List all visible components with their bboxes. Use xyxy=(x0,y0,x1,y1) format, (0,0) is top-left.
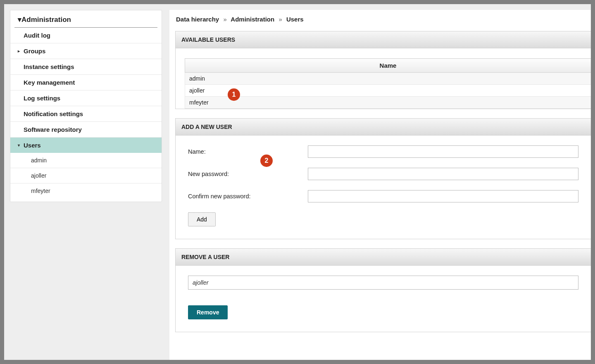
sidebar-item-key-management[interactable]: Key management xyxy=(10,75,162,90)
table-column-name[interactable]: Name xyxy=(185,59,591,73)
table-row[interactable]: mfeyter xyxy=(185,97,591,109)
remove-button[interactable]: Remove xyxy=(188,305,228,319)
chevron-down-icon: ▾ xyxy=(18,143,22,148)
sidebar-title: Administration xyxy=(21,16,71,24)
breadcrumb-sep-icon: » xyxy=(223,16,226,23)
sidebar-item-audit-log[interactable]: Audit log xyxy=(10,28,162,43)
breadcrumb: Data hierarchy » Administration » Users xyxy=(175,16,591,23)
confirm-password-input[interactable] xyxy=(308,190,578,202)
panel-body: Name: New password: Confirm new password… xyxy=(176,136,591,239)
panel-body: Remove xyxy=(176,266,591,332)
panel-header: AVAILABLE USERS xyxy=(176,31,591,48)
breadcrumb-sep-icon: » xyxy=(278,16,282,23)
sidebar-title-row[interactable]: ▾ Administration xyxy=(14,10,157,28)
panel-header: ADD A NEW USER xyxy=(176,119,591,136)
table-row[interactable]: admin xyxy=(185,73,591,85)
available-users-panel: AVAILABLE USERS Name admin ajoller mfeyt… xyxy=(175,31,591,109)
confirm-password-label: Confirm new password: xyxy=(188,193,308,200)
sidebar-item-instance-settings[interactable]: Instance settings xyxy=(10,59,162,74)
sidebar-user-item[interactable]: ajoller xyxy=(10,168,162,183)
app-root: ▾ Administration Audit log ▸Groups Insta… xyxy=(4,4,591,360)
form-row-password: New password: xyxy=(188,168,578,180)
sidebar-user-item[interactable]: mfeyter xyxy=(10,183,162,198)
chevron-right-icon: ▸ xyxy=(18,49,22,53)
breadcrumb-part[interactable]: Users xyxy=(286,16,304,23)
password-label: New password: xyxy=(188,171,308,177)
annotation-step-1: 1 xyxy=(228,88,240,101)
main-content: Data hierarchy » Administration » Users … xyxy=(169,10,591,360)
name-input[interactable] xyxy=(308,145,578,158)
main-scroll[interactable]: AVAILABLE USERS Name admin ajoller mfeyt… xyxy=(175,31,591,360)
available-users-table: Name admin ajoller mfeyter xyxy=(185,58,591,109)
table-row[interactable]: ajoller xyxy=(185,85,591,97)
remove-user-select[interactable] xyxy=(188,276,578,290)
sidebar-item-notification-settings[interactable]: Notification settings xyxy=(10,106,162,121)
sidebar-item-software-repository[interactable]: Software repository xyxy=(10,122,162,137)
panel-body: Name admin ajoller mfeyter xyxy=(176,48,591,109)
add-user-panel: ADD A NEW USER Name: New password: Confi… xyxy=(175,118,591,239)
sidebar-item-log-settings[interactable]: Log settings xyxy=(10,90,162,106)
form-row-name: Name: xyxy=(188,145,578,158)
sidebar: ▾ Administration Audit log ▸Groups Insta… xyxy=(10,10,162,202)
sidebar-user-item[interactable]: admin xyxy=(10,153,162,168)
add-button[interactable]: Add xyxy=(188,212,216,226)
name-label: Name: xyxy=(188,148,308,155)
remove-user-panel: REMOVE A USER Remove xyxy=(175,248,591,332)
sidebar-item-users[interactable]: ▾Users xyxy=(10,138,162,153)
form-row-confirm: Confirm new password: xyxy=(188,190,578,202)
password-input[interactable] xyxy=(308,168,578,180)
panel-header: REMOVE A USER xyxy=(176,249,591,266)
sidebar-users-sublist: admin ajoller mfeyter xyxy=(10,153,162,198)
sidebar-item-groups[interactable]: ▸Groups xyxy=(10,43,162,59)
breadcrumb-part[interactable]: Data hierarchy xyxy=(176,16,219,23)
chevron-down-icon: ▾ xyxy=(18,15,21,24)
annotation-step-2: 2 xyxy=(260,155,273,167)
breadcrumb-part[interactable]: Administration xyxy=(231,16,274,23)
sidebar-nav: Audit log ▸Groups Instance settings Key … xyxy=(10,28,162,198)
